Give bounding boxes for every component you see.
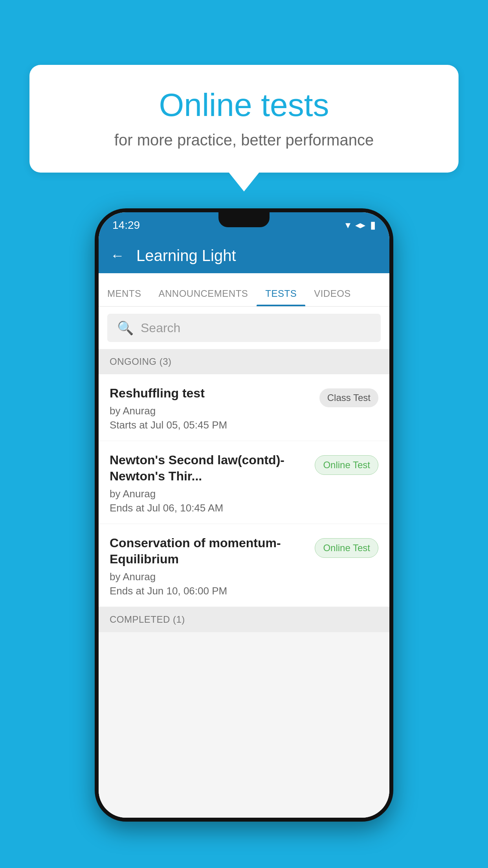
promo-title: Online tests (53, 86, 435, 123)
test-name: Newton's Second law(contd)-Newton's Thir… (110, 452, 307, 485)
app-header: ← Learning Light (99, 238, 389, 273)
test-list: Reshuffling test by Anurag Starts at Jul… (99, 374, 389, 607)
test-item[interactable]: Conservation of momentum-Equilibrium by … (99, 524, 389, 607)
test-author: by Anurag (110, 488, 307, 500)
status-time: 14:29 (112, 219, 140, 232)
test-author: by Anurag (110, 405, 312, 417)
ongoing-title: ONGOING (3) (110, 356, 172, 367)
promo-subtitle: for more practice, better performance (53, 131, 435, 149)
tab-ments[interactable]: MENTS (99, 288, 150, 306)
app-title: Learning Light (136, 247, 236, 265)
phone-content: 🔍 Search ONGOING (3) Reshuffling test by… (99, 307, 389, 818)
test-info: Conservation of momentum-Equilibrium by … (110, 535, 315, 597)
test-item[interactable]: Newton's Second law(contd)-Newton's Thir… (99, 441, 389, 524)
search-input[interactable]: 🔍 Search (107, 314, 381, 342)
tab-tests[interactable]: TESTS (257, 288, 305, 306)
ongoing-section-header: ONGOING (3) (99, 349, 389, 374)
test-author: by Anurag (110, 571, 307, 583)
test-badge-online: Online Test (315, 455, 378, 475)
test-item[interactable]: Reshuffling test by Anurag Starts at Jul… (99, 374, 389, 441)
back-button[interactable]: ← (110, 247, 125, 264)
notch (218, 212, 270, 227)
completed-section-header: COMPLETED (1) (99, 607, 389, 632)
tab-announcements[interactable]: ANNOUNCEMENTS (150, 288, 257, 306)
test-name: Reshuffling test (110, 385, 312, 402)
phone-frame: 14:29 ▾ ◂▸ ▮ ← Learning Light MENTS ANNO… (95, 208, 393, 822)
tabs-bar: MENTS ANNOUNCEMENTS TESTS VIDEOS (99, 273, 389, 307)
search-placeholder: Search (141, 321, 180, 335)
tab-videos[interactable]: VIDEOS (305, 288, 360, 306)
test-info: Newton's Second law(contd)-Newton's Thir… (110, 452, 315, 514)
test-date: Ends at Jul 06, 10:45 AM (110, 502, 307, 514)
phone-screen: 14:29 ▾ ◂▸ ▮ ← Learning Light MENTS ANNO… (99, 212, 389, 818)
test-badge-online-2: Online Test (315, 538, 378, 558)
wifi-icon: ▾ (345, 219, 350, 231)
search-icon: 🔍 (117, 320, 134, 336)
status-icons: ▾ ◂▸ ▮ (345, 219, 376, 231)
completed-title: COMPLETED (1) (110, 614, 185, 625)
test-date: Starts at Jul 05, 05:45 PM (110, 419, 312, 431)
promo-card: Online tests for more practice, better p… (29, 65, 459, 173)
search-bar-container: 🔍 Search (99, 307, 389, 349)
battery-icon: ▮ (370, 219, 376, 231)
test-name: Conservation of momentum-Equilibrium (110, 535, 307, 568)
test-info: Reshuffling test by Anurag Starts at Jul… (110, 385, 319, 431)
signal-icon: ◂▸ (355, 219, 365, 231)
test-badge-class: Class Test (319, 388, 378, 407)
test-date: Ends at Jun 10, 06:00 PM (110, 585, 307, 597)
status-bar: 14:29 ▾ ◂▸ ▮ (99, 212, 389, 238)
